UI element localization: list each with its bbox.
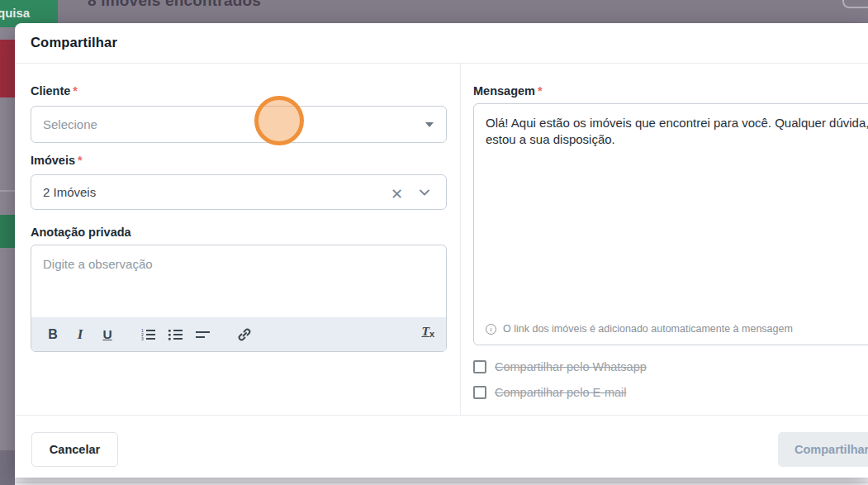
checkbox-whatsapp[interactable] — [473, 360, 486, 373]
sidebar-green-block — [0, 215, 15, 248]
svg-text:3: 3 — [141, 336, 144, 341]
anotacao-label: Anotação privada — [31, 226, 131, 239]
share-email-option[interactable]: Compartilhar pelo E-mail — [473, 386, 627, 399]
info-icon: i — [486, 324, 496, 335]
anotacao-editor: Digite a observação B I U 123 Tx — [31, 245, 447, 352]
mensagem-field: Olá! Aqui estão os imóveis que encontrei… — [473, 103, 868, 345]
mensagem-info-text: O link dos imóveis é adicionado automati… — [503, 323, 793, 335]
clear-selection-icon[interactable]: ✕ — [391, 185, 403, 203]
clipped-top-right-button — [842, 0, 868, 8]
required-asterisk: * — [78, 154, 83, 167]
align-icon[interactable] — [193, 325, 213, 345]
sidebar-red-block — [0, 40, 15, 97]
cliente-label: Cliente* — [31, 84, 78, 97]
cancel-button[interactable]: Cancelar — [31, 432, 118, 467]
required-asterisk: * — [73, 84, 78, 97]
required-asterisk: * — [538, 84, 543, 97]
underline-icon[interactable]: U — [97, 325, 117, 345]
cliente-placeholder: Selecione — [43, 117, 97, 131]
mensagem-label: Mensagem* — [473, 84, 543, 97]
footer-divider — [15, 415, 868, 416]
sidebar-bottom-shade — [0, 450, 15, 485]
results-count-text: 8 imóveis encontrados — [88, 0, 261, 10]
richtext-toolbar: B I U 123 Tx — [31, 317, 446, 351]
anotacao-input[interactable]: Digite a observação — [31, 245, 446, 319]
modal-title: Compartilhar — [31, 35, 117, 50]
search-button-label: quisa — [0, 6, 30, 20]
italic-icon[interactable]: I — [70, 325, 90, 345]
mensagem-info-row: i O link dos imóveis é adicionado automa… — [486, 323, 793, 335]
column-divider — [460, 64, 461, 415]
imoveis-label: Imóveis* — [31, 154, 83, 167]
bullet-list-icon[interactable] — [166, 325, 186, 345]
ordered-list-icon[interactable]: 123 — [139, 325, 159, 345]
mensagem-textarea[interactable]: Olá! Aqui estão os imóveis que encontrei… — [474, 104, 868, 302]
dimmed-page-header: 8 imóveis encontrados — [0, 0, 868, 23]
chevron-down-icon[interactable] — [418, 186, 431, 199]
link-icon[interactable] — [235, 325, 254, 345]
imoveis-select[interactable]: 2 Imóveis ✕ — [31, 174, 447, 210]
share-whatsapp-option[interactable]: Compartilhar pelo Whatsapp — [473, 360, 647, 373]
share-button[interactable]: Compartilhar — [778, 432, 868, 467]
checkbox-email[interactable] — [473, 386, 486, 399]
caret-down-icon — [425, 122, 434, 127]
clear-format-icon[interactable]: Tx — [421, 324, 434, 339]
share-modal: Compartilhar Cliente* Selecione Imóveis*… — [15, 23, 868, 478]
cliente-select[interactable]: Selecione — [31, 106, 447, 143]
sidebar-divider-line — [0, 190, 15, 192]
modal-header: Compartilhar — [15, 23, 868, 64]
share-email-label: Compartilhar pelo E-mail — [495, 386, 627, 399]
bold-icon[interactable]: B — [43, 325, 63, 345]
page-strip-line — [15, 482, 868, 483]
share-whatsapp-label: Compartilhar pelo Whatsapp — [495, 360, 647, 373]
imoveis-selected-value: 2 Imóveis — [43, 185, 96, 199]
